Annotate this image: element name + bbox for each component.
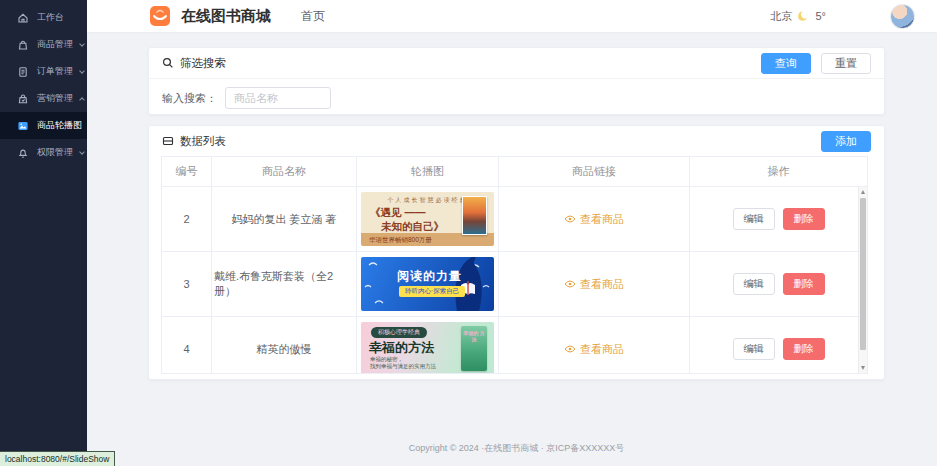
banner-subtitle: 找到幸福与满足的实用方法 <box>370 363 436 370</box>
edit-button[interactable]: 编辑 <box>733 273 775 295</box>
scroll-up-icon[interactable] <box>861 190 865 194</box>
weather-temperature: 5° <box>815 10 826 22</box>
sidebar-item-carousel[interactable]: 商品轮播图 <box>0 112 87 139</box>
sidebar-item-label: 商品轮播图 <box>37 119 82 132</box>
marketing-icon <box>17 93 29 105</box>
search-icon <box>162 57 174 69</box>
order-icon <box>17 66 29 78</box>
topbar: 在线图书商城 首页 北京 5° <box>87 0 937 33</box>
column-header-banner: 轮播图 <box>357 157 499 186</box>
table-header-row: 编号 商品名称 轮播图 商品链接 操作 <box>161 156 868 187</box>
table-body: 2 妈妈的复出 姜立涵 著 个人成长智慧必读经典 《遇见 —— 未知的自己》 华… <box>161 187 868 374</box>
add-button[interactable]: 添加 <box>821 131 871 152</box>
delete-button[interactable]: 删除 <box>783 273 825 295</box>
view-product-link[interactable]: 查看商品 <box>564 277 624 292</box>
column-header-name: 商品名称 <box>212 157 357 186</box>
table-row: 3 戴维.布鲁克斯套装（全2册） 阅读的 <box>162 252 867 317</box>
delete-button[interactable]: 删除 <box>783 208 825 230</box>
reset-button[interactable]: 重置 <box>821 53 871 74</box>
cell-product-name: 精英的傲慢 <box>212 317 357 374</box>
carousel-icon <box>17 120 29 132</box>
list-panel-header: 数据列表 添加 <box>149 126 884 156</box>
filter-panel-title: 筛选搜索 <box>180 56 226 71</box>
chevron-up-icon <box>79 97 85 103</box>
list-icon <box>162 135 174 147</box>
cell-product-name: 妈妈的复出 姜立涵 著 <box>212 187 357 251</box>
main-content: 筛选搜索 查询 重置 输入搜索： 数据列表 添加 编号 商品名称 轮播图 商品链… <box>87 33 937 466</box>
browser-status-url: localhost:8080/#/SlideShow <box>0 451 115 466</box>
sidebar-item-label: 订单管理 <box>37 65 73 78</box>
bell-icon <box>17 147 29 159</box>
search-input-label: 输入搜索： <box>162 91 217 106</box>
list-panel-title: 数据列表 <box>180 134 226 149</box>
topbar-right: 北京 5° <box>770 4 915 29</box>
home-icon <box>17 12 29 24</box>
book-cover: 幸福的 方法 <box>461 326 487 371</box>
sidebar-item-permissions[interactable]: 权限管理 <box>0 139 87 166</box>
column-header-id: 编号 <box>162 157 212 186</box>
sidebar-item-marketing[interactable]: 营销管理 <box>0 85 87 112</box>
banner-image: 阅读的力量 聆听内心·探索自己 <box>361 257 494 311</box>
sidebar-item-workbench[interactable]: 工作台 <box>0 4 87 31</box>
cell-product-name: 戴维.布鲁克斯套装（全2册） <box>212 252 357 316</box>
weather-city: 北京 <box>770 9 792 24</box>
eye-icon <box>564 279 576 289</box>
sidebar-item-label: 工作台 <box>37 11 64 24</box>
query-button[interactable]: 查询 <box>761 53 811 74</box>
filter-search-panel: 筛选搜索 查询 重置 输入搜索： <box>148 47 885 115</box>
nav-home-link[interactable]: 首页 <box>301 8 325 25</box>
table-row: 4 精英的傲慢 积极心理学经典 幸福的方法 幸福的秘密， 找到幸福与满足的实用方… <box>162 317 867 374</box>
search-input[interactable] <box>225 87 331 109</box>
chevron-down-icon <box>79 68 85 74</box>
filter-panel-body: 输入搜索： <box>149 79 884 117</box>
delete-button[interactable]: 删除 <box>783 338 825 360</box>
edit-button[interactable]: 编辑 <box>733 208 775 230</box>
view-product-link[interactable]: 查看商品 <box>564 342 624 357</box>
banner-tag: 聆听内心·探索自己 <box>399 286 465 297</box>
banner-image: 积极心理学经典 幸福的方法 幸福的秘密， 找到幸福与满足的实用方法 幸福的 方法 <box>361 322 494 374</box>
table-row: 2 妈妈的复出 姜立涵 著 个人成长智慧必读经典 《遇见 —— 未知的自己》 华… <box>162 187 867 252</box>
banner-title: 幸福的方法 <box>369 339 434 357</box>
scroll-down-icon[interactable] <box>861 366 865 370</box>
table-scrollbar[interactable] <box>858 187 867 373</box>
filter-panel-header: 筛选搜索 查询 重置 <box>149 48 884 79</box>
app-logo-icon[interactable] <box>149 5 171 27</box>
cell-id: 4 <box>162 317 212 374</box>
page-title: 在线图书商城 <box>181 7 271 26</box>
column-header-link: 商品链接 <box>499 157 690 186</box>
eye-icon <box>564 344 576 354</box>
book-cover <box>462 196 487 235</box>
sidebar-item-orders[interactable]: 订单管理 <box>0 58 87 85</box>
goods-icon <box>17 39 29 51</box>
data-list-panel: 数据列表 添加 编号 商品名称 轮播图 商品链接 操作 2 妈妈的复出 姜立涵 … <box>148 125 885 380</box>
chevron-down-icon <box>79 41 85 47</box>
eye-icon <box>564 214 576 224</box>
banner-pill: 积极心理学经典 <box>371 327 427 338</box>
view-product-link[interactable]: 查看商品 <box>564 212 624 227</box>
banner-subtitle: 幸福的秘密， <box>370 356 403 363</box>
sidebar: 工作台 商品管理 订单管理 营销管理 商品轮播图 权限管理 <box>0 0 87 466</box>
sidebar-item-label: 营销管理 <box>37 92 73 105</box>
sidebar-item-label: 权限管理 <box>37 146 73 159</box>
cell-id: 3 <box>162 252 212 316</box>
sidebar-item-goods[interactable]: 商品管理 <box>0 31 87 58</box>
column-header-ops: 操作 <box>690 157 867 186</box>
banner-title: 阅读的力量 <box>397 268 462 285</box>
sidebar-item-label: 商品管理 <box>37 38 73 51</box>
edit-button[interactable]: 编辑 <box>733 338 775 360</box>
banner-image: 个人成长智慧必读经典 《遇见 —— 未知的自己》 华语世界畅销800万册 <box>361 192 494 246</box>
avatar[interactable] <box>890 4 915 29</box>
data-table: 编号 商品名称 轮播图 商品链接 操作 2 妈妈的复出 姜立涵 著 个人成长智慧… <box>161 156 868 374</box>
moon-icon <box>797 10 810 23</box>
cell-id: 2 <box>162 187 212 251</box>
copyright-footer: Copyright © 2024 ·在线图书商城 · 京ICP备XXXXXX号 <box>148 442 885 455</box>
chevron-down-icon <box>79 149 85 155</box>
scrollbar-thumb[interactable] <box>860 198 866 350</box>
